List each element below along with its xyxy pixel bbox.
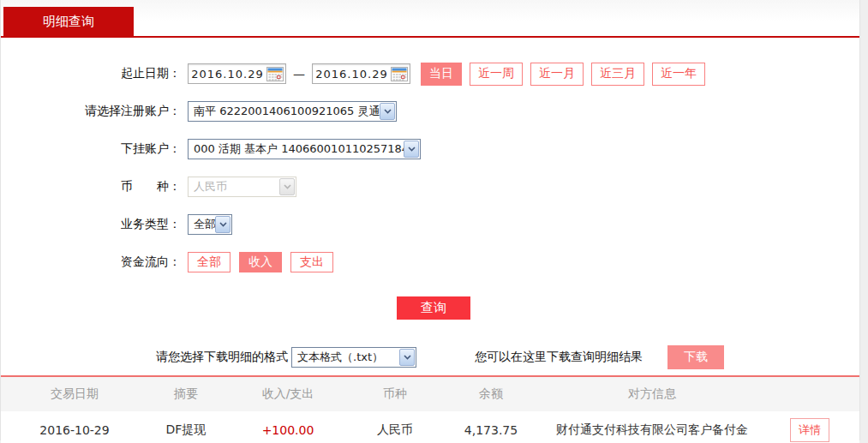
detail-button[interactable]: 详情 — [790, 418, 829, 442]
query-button-row: 查询 — [1, 296, 859, 320]
sub-account-value: 000 活期 基本户 1406600101102571848 — [189, 141, 404, 157]
table-row: 2016-10-29 DF提现 +100.00 人民币 4,173.75 财付通… — [1, 411, 859, 443]
chevron-down-icon — [399, 349, 415, 366]
start-date-input[interactable]: 2016.10.29 — [188, 63, 286, 84]
chevron-down-icon — [380, 103, 395, 120]
download-format-select[interactable]: 文本格式（.txt） — [291, 347, 416, 368]
register-account-select[interactable]: 南平 6222001406100921065 灵通卡 — [188, 101, 397, 122]
business-type-select[interactable]: 全部 — [188, 214, 232, 235]
register-account-row: 请选择注册账户： 南平 6222001406100921065 灵通卡 — [1, 101, 859, 122]
currency-value: 人民币 — [189, 179, 279, 195]
cell-balance: 4,173.75 — [438, 423, 544, 437]
sub-account-select[interactable]: 000 活期 基本户 1406600101102571848 — [188, 139, 421, 159]
start-date-value: 2016.10.29 — [189, 68, 266, 81]
quick-range-today-button[interactable]: 当日 — [421, 63, 462, 86]
quick-range-month-button[interactable]: 近一月 — [530, 63, 584, 86]
fund-flow-income-button[interactable]: 收入 — [239, 252, 282, 272]
header-counterparty: 对方信息 — [544, 386, 760, 402]
register-account-label: 请选择注册账户： — [1, 104, 181, 119]
download-hint-label: 您可以在这里下载查询明细结果 — [475, 350, 643, 365]
query-button[interactable]: 查询 — [397, 296, 470, 320]
download-row: 请您选择下载明细的格式 文本格式（.txt） 您可以在这里下载查询明细结果 下载 — [1, 345, 859, 369]
fund-flow-expense-button[interactable]: 支出 — [290, 252, 333, 272]
date-range-label: 起止日期： — [1, 66, 181, 81]
date-separator: — — [293, 67, 305, 81]
chevron-down-icon — [215, 216, 230, 233]
calendar-icon[interactable] — [391, 67, 408, 81]
currency-label: 币 种： — [1, 179, 181, 195]
cell-currency: 人民币 — [352, 422, 438, 438]
quick-range-week-button[interactable]: 近一周 — [470, 63, 523, 86]
download-format-label: 请您选择下载明细的格式 — [156, 350, 288, 365]
quick-range-quarter-button[interactable]: 近三月 — [591, 63, 644, 86]
fund-flow-row: 资金流向： 全部 收入 支出 — [1, 252, 859, 272]
cell-amount: +100.00 — [224, 423, 352, 437]
header-amount: 收入/支出 — [224, 386, 352, 402]
fund-flow-label: 资金流向： — [1, 254, 181, 270]
quick-range-year-button[interactable]: 近一年 — [652, 63, 705, 86]
header-currency: 币种 — [352, 386, 438, 402]
register-account-value: 南平 6222001406100921065 灵通卡 — [189, 104, 380, 119]
end-date-input[interactable]: 2016.10.29 — [312, 63, 410, 84]
currency-row: 币 种： 人民币 — [1, 177, 859, 197]
cell-summary: DF提现 — [148, 422, 224, 438]
chevron-down-icon — [279, 178, 295, 195]
download-button[interactable]: 下载 — [667, 345, 724, 369]
end-date-value: 2016.10.29 — [313, 68, 391, 81]
tab-detail-query[interactable]: 明细查询 — [3, 7, 134, 36]
sub-account-row: 下挂账户： 000 活期 基本户 1406600101102571848 — [1, 139, 859, 159]
chevron-down-icon — [404, 141, 419, 158]
header-trade-date: 交易日期 — [1, 386, 148, 402]
detail-query-panel: 明细查询 起止日期： 2016.10.29 — [0, 0, 860, 440]
query-form: 起止日期： 2016.10.29 — [1, 38, 859, 369]
download-format-value: 文本格式（.txt） — [292, 350, 399, 365]
fund-flow-all-button[interactable]: 全部 — [188, 252, 230, 272]
business-type-label: 业务类型： — [1, 217, 181, 232]
header-balance: 余额 — [438, 386, 544, 402]
cell-counterparty: 财付通支付科技有限公司客户备付金 — [544, 422, 760, 438]
table-header-row: 交易日期 摘要 收入/支出 币种 余额 对方信息 — [1, 377, 859, 411]
business-type-value: 全部 — [189, 217, 215, 232]
calendar-icon[interactable] — [266, 67, 284, 81]
cell-trade-date: 2016-10-29 — [1, 423, 148, 437]
date-range-row: 起止日期： 2016.10.29 — [1, 63, 859, 84]
business-type-row: 业务类型： 全部 — [1, 214, 859, 235]
currency-select: 人民币 — [188, 177, 296, 197]
sub-account-label: 下挂账户： — [1, 141, 181, 157]
tab-bar: 明细查询 — [1, 0, 859, 38]
header-summary: 摘要 — [148, 386, 224, 402]
cell-actions: 详情 — [760, 418, 859, 442]
